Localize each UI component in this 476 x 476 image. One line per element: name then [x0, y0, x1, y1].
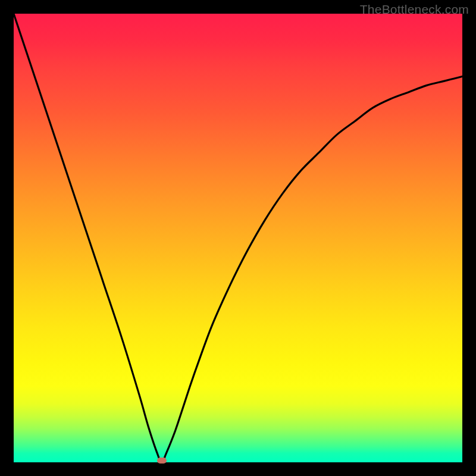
curve-line	[14, 14, 462, 462]
watermark-text: TheBottleneck.com	[360, 2, 469, 17]
balance-marker	[157, 458, 167, 464]
chart-frame: TheBottleneck.com	[0, 0, 476, 476]
chart-plot-area	[14, 14, 462, 462]
bottleneck-curve	[14, 14, 462, 462]
